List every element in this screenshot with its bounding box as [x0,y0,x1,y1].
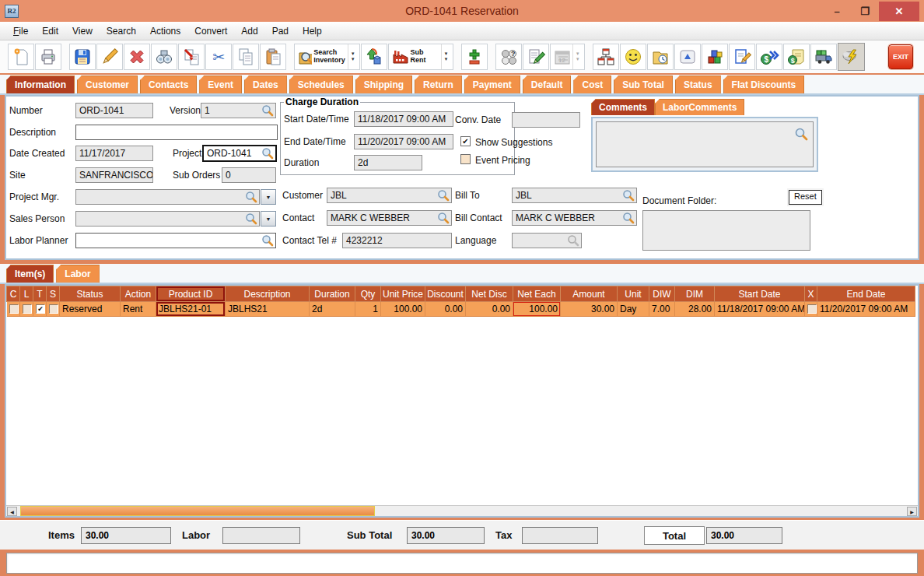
col-net-disc[interactable]: Net Disc [466,286,513,302]
cell-discount[interactable]: 0.00 [425,302,466,317]
maximize-button[interactable]: ❐ [851,5,879,17]
menu-view[interactable]: View [65,23,100,39]
search-icon[interactable] [245,212,257,225]
scrollbar-thumb[interactable] [20,506,375,516]
dollar-forward-button[interactable]: $ [756,44,782,70]
tab-status[interactable]: Status [675,76,721,93]
col-amount[interactable]: Amount [561,286,618,302]
close-button[interactable]: ✕ [879,2,919,21]
tab-return[interactable]: Return [415,76,462,93]
menu-convert[interactable]: Convert [187,23,234,39]
paste-button[interactable] [260,44,286,70]
start-date-field[interactable]: 11/18/2017 09:00 AM [354,111,453,127]
search-icon[interactable] [261,104,274,117]
tab-information[interactable]: Information [6,76,75,93]
cell-amount[interactable]: 30.00 [561,302,618,317]
sub-rent-button[interactable]: Sub Rent ▼▼ [388,44,453,70]
cell-c[interactable] [7,302,20,317]
col-x[interactable]: X [805,286,817,302]
availability-button[interactable] [361,44,387,70]
cell-unit-price[interactable]: 100.00 [381,302,425,317]
cell-x[interactable] [805,302,817,317]
reset-button[interactable]: Reset [789,190,822,205]
document-folder-box[interactable] [642,210,810,251]
dollar-note-button[interactable]: $ [783,44,810,70]
x-checkbox[interactable] [807,304,817,314]
col-status[interactable]: Status [60,286,121,302]
event-pricing-checkbox[interactable] [460,154,471,164]
search-icon[interactable] [794,127,808,141]
search-icon[interactable] [261,234,274,247]
save-button[interactable] [69,44,96,70]
print-button[interactable] [35,44,61,70]
cell-s[interactable] [47,302,60,317]
scroll-right-arrow[interactable]: ▶ [907,507,917,516]
col-c[interactable]: C [7,286,20,302]
edit-note-button[interactable] [729,44,755,70]
version-field[interactable]: 1 [201,103,276,118]
menu-edit[interactable]: Edit [35,23,65,39]
c-checkbox[interactable] [9,304,19,314]
col-unit-price[interactable]: Unit Price [381,286,425,302]
tab-labor-comments[interactable]: LaborComments [655,99,744,115]
col-dim[interactable]: DIM [675,286,715,302]
show-suggestions-checkbox[interactable] [460,136,471,146]
col-end-date[interactable]: End Date [817,286,915,302]
truck-button[interactable] [810,44,837,70]
col-qty[interactable]: Qty [355,286,381,302]
new-document-button[interactable] [8,44,34,70]
smiley-button[interactable] [620,44,646,70]
search-icon[interactable] [622,189,635,202]
menu-help[interactable]: Help [296,23,329,39]
tab-sub-total[interactable]: Sub Total [614,76,673,93]
cell-t[interactable] [33,302,47,317]
l-checkbox[interactable] [23,304,32,314]
tab-shipping[interactable]: Shipping [355,76,412,93]
col-product-id[interactable]: Product ID [156,286,226,302]
project-mgr-dropdown[interactable]: ▼ [261,189,276,205]
tab-cost[interactable]: Cost [573,76,611,93]
cell-l[interactable] [20,302,33,317]
tab-schedules[interactable]: Schedules [289,76,353,93]
tab-dates[interactable]: Dates [244,76,287,93]
copy-button[interactable] [233,44,259,70]
search-inventory-button[interactable]: Search Inventory ▼▼ [294,44,360,70]
cell-action[interactable]: Rent [121,302,156,317]
minimize-button[interactable]: – [823,5,851,17]
contact-field[interactable]: MARK C WEBBER [327,210,452,226]
sales-person-field[interactable] [75,211,260,227]
horizontal-scrollbar[interactable]: ◀ ▶ [6,505,918,516]
customer-field[interactable]: JBL [327,188,452,203]
add-remove-button[interactable] [461,44,488,70]
menu-pad[interactable]: Pad [265,23,296,39]
t-checkbox[interactable] [36,304,45,314]
s-checkbox[interactable] [49,304,58,314]
find-button[interactable] [151,44,177,70]
tab-default[interactable]: Default [523,76,572,93]
cell-qty[interactable]: 1 [355,302,381,317]
search-icon[interactable] [622,212,635,224]
col-diw[interactable]: DIW [649,286,675,302]
col-action[interactable]: Action [121,286,156,302]
exit-button[interactable]: EXIT [888,44,913,69]
quick-lightning-button[interactable] [838,43,866,71]
tab-flat-discounts[interactable]: Flat Discounts [723,76,805,93]
col-unit[interactable]: Unit [618,286,649,302]
tab-event[interactable]: Event [199,76,242,93]
col-l[interactable]: L [20,286,33,302]
paste-special-button[interactable] [178,44,205,70]
labor-planner-field[interactable] [75,233,276,248]
contact-tel-field[interactable]: 4232212 [342,233,452,248]
cell-product-id[interactable]: JBLHS21-01 [156,302,226,317]
col-s[interactable]: S [47,286,60,302]
group-availability-button[interactable]: ? [495,44,522,70]
keyboard-key-button[interactable] [674,44,701,70]
col-start-date[interactable]: Start Date [715,286,805,302]
duration-field[interactable]: 2d [354,155,422,170]
col-discount[interactable]: Discount [425,286,466,302]
menu-search[interactable]: Search [100,23,143,39]
col-net-each[interactable]: Net Each [513,286,561,302]
col-t[interactable]: T [33,286,47,302]
cell-net-each[interactable]: 100.00 [513,302,561,317]
blocks-button[interactable] [702,44,728,70]
